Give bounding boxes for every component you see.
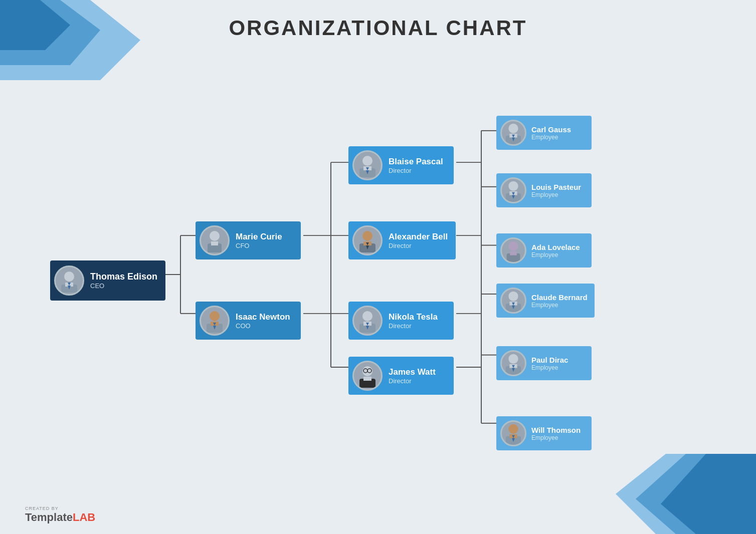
svg-point-72	[508, 241, 518, 251]
employee-pasteur-avatar	[500, 177, 526, 203]
employee-thomson-name: Will Thomson	[531, 426, 581, 434]
employee-gauss-node: Carl Gauss Employee	[496, 116, 592, 150]
svg-point-62	[508, 124, 518, 133]
director-bell-name: Alexander Bell	[389, 232, 448, 242]
svg-rect-74	[510, 251, 516, 255]
director-pascal-avatar	[352, 150, 383, 180]
svg-point-51	[362, 311, 372, 321]
employee-lovelace-node: Ada Lovelace Employee	[496, 233, 592, 268]
employee-bernard-node: Claude Bernard Employee	[496, 284, 595, 318]
director-watt-title: Director	[389, 377, 436, 385]
director-tesla-name: Nikola Tesla	[389, 312, 438, 322]
svg-point-67	[508, 181, 518, 191]
director-bell-avatar	[352, 225, 383, 255]
employee-thomson-node: Will Thomson Employee	[496, 416, 592, 450]
brand-label: TemplateLAB	[25, 511, 95, 524]
director-pascal-name: Blaise Pascal	[389, 157, 443, 167]
created-by-label: CREATED BY	[25, 506, 95, 511]
director-tesla-node: Nikola Tesla Director	[348, 302, 454, 340]
director-bell-title: Director	[389, 242, 448, 249]
brand-lab: LAB	[73, 511, 95, 523]
svg-point-36	[210, 311, 220, 321]
employee-gauss-title: Employee	[531, 134, 571, 141]
employee-bernard-title: Employee	[531, 302, 588, 309]
director-watt-name: James Watt	[389, 367, 436, 377]
svg-rect-58	[363, 377, 371, 381]
brand-template: Template	[25, 511, 73, 523]
employee-dirac-node: Paul Dirac Employee	[496, 346, 592, 380]
employee-lovelace-avatar	[500, 237, 526, 263]
page-title: ORGANIZATIONAL CHART	[0, 16, 756, 40]
employee-thomson-avatar	[500, 420, 526, 446]
svg-point-41	[362, 156, 372, 166]
employee-dirac-title: Employee	[531, 364, 568, 371]
cfo-name: Marie Curie	[236, 232, 282, 242]
employee-bernard-name: Claude Bernard	[531, 293, 588, 302]
director-watt-node: James Watt Director	[348, 357, 454, 395]
svg-point-28	[64, 272, 74, 282]
svg-point-80	[508, 354, 518, 364]
cfo-title: CFO	[236, 242, 282, 249]
employee-lovelace-title: Employee	[531, 251, 580, 258]
svg-rect-35	[211, 241, 218, 245]
employee-pasteur-title: Employee	[531, 191, 581, 198]
employee-dirac-avatar	[500, 350, 526, 376]
coo-title: COO	[236, 322, 290, 330]
ceo-node: Thomas Edison CEO	[50, 260, 165, 301]
cfo-node: Marie Curie CFO	[196, 221, 301, 259]
director-tesla-avatar	[352, 306, 383, 336]
svg-point-33	[210, 231, 220, 241]
employee-dirac-name: Paul Dirac	[531, 356, 568, 364]
employee-pasteur-node: Louis Pasteur Employee	[496, 173, 592, 207]
employee-pasteur-name: Louis Pasteur	[531, 183, 581, 191]
svg-point-46	[362, 231, 372, 241]
cfo-avatar	[200, 225, 230, 255]
director-pascal-title: Director	[389, 167, 443, 174]
director-watt-avatar	[352, 361, 383, 391]
svg-point-85	[508, 424, 518, 434]
employee-lovelace-name: Ada Lovelace	[531, 243, 580, 251]
director-pascal-node: Blaise Pascal Director	[348, 146, 454, 184]
coo-name: Isaac Newton	[236, 312, 290, 322]
employee-gauss-name: Carl Gauss	[531, 125, 571, 134]
footer: CREATED BY TemplateLAB	[25, 506, 95, 524]
ceo-name: Thomas Edison	[90, 272, 157, 282]
director-bell-node: Alexander Bell Director	[348, 221, 456, 259]
employee-thomson-title: Employee	[531, 434, 581, 441]
ceo-title: CEO	[90, 282, 157, 290]
director-tesla-title: Director	[389, 322, 438, 330]
employee-gauss-avatar	[500, 120, 526, 146]
coo-node: Isaac Newton COO	[196, 302, 301, 340]
coo-avatar	[200, 306, 230, 336]
ceo-avatar	[54, 265, 84, 296]
svg-point-75	[508, 292, 518, 301]
employee-bernard-avatar	[500, 288, 526, 314]
